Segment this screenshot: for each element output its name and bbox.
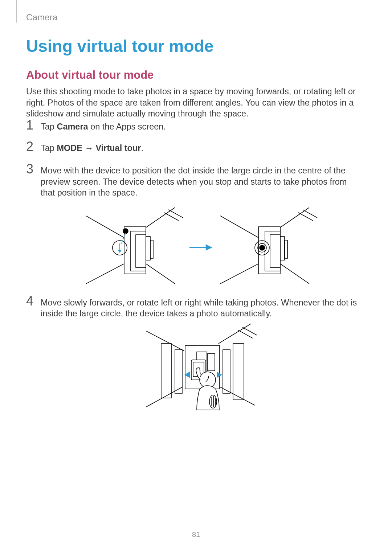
step-text: Move slowly forwards, or rotate left or … xyxy=(41,298,357,319)
step-post: on the Apps screen. xyxy=(88,122,166,131)
step-pre: Tap xyxy=(41,143,57,153)
svg-line-11 xyxy=(121,233,126,245)
step-text: Tap Camera on the Apps screen. xyxy=(41,122,166,131)
svg-line-1 xyxy=(86,264,124,284)
svg-line-0 xyxy=(86,216,124,238)
svg-line-3 xyxy=(146,264,175,284)
step-4: 4 Move slowly forwards, or rotate left o… xyxy=(26,297,360,411)
section-subtitle: About virtual tour mode xyxy=(26,69,154,82)
svg-line-2 xyxy=(146,208,175,227)
svg-line-34 xyxy=(146,331,184,351)
section-header: Camera xyxy=(26,12,58,22)
person-illustration xyxy=(142,324,258,411)
svg-rect-16 xyxy=(150,240,153,258)
svg-line-35 xyxy=(146,387,182,407)
step-2: 2 Tap MODE → Virtual tour. xyxy=(26,143,360,154)
svg-line-19 xyxy=(220,216,258,238)
svg-line-20 xyxy=(220,264,258,284)
svg-rect-27 xyxy=(270,235,280,267)
svg-marker-18 xyxy=(206,245,211,250)
svg-marker-49 xyxy=(185,372,189,377)
svg-rect-26 xyxy=(265,231,280,271)
alignment-illustration xyxy=(81,206,320,289)
step-3: 3 Move with the device to position the d… xyxy=(26,165,360,289)
step-number: 4 xyxy=(26,294,33,309)
crop-mark xyxy=(16,0,17,22)
step-bold: MODE xyxy=(57,143,82,153)
svg-point-10 xyxy=(123,229,128,234)
intro-paragraph: Use this shooting mode to take photos in… xyxy=(26,86,360,119)
svg-line-22 xyxy=(280,264,309,284)
step-number: 3 xyxy=(26,161,33,177)
step-list: 1 Tap Camera on the Apps screen. 2 Tap M… xyxy=(26,121,360,419)
svg-line-37 xyxy=(220,387,255,405)
step-arrow: → xyxy=(82,143,96,153)
svg-rect-15 xyxy=(146,237,150,260)
svg-marker-13 xyxy=(118,250,122,253)
svg-rect-32 xyxy=(280,237,285,260)
step-post: . xyxy=(141,143,143,153)
svg-point-30 xyxy=(260,245,265,250)
svg-marker-50 xyxy=(217,372,221,377)
step-bold: Virtual tour xyxy=(95,143,141,153)
page-number: 81 xyxy=(0,530,392,539)
svg-rect-42 xyxy=(233,344,244,400)
step-number: 2 xyxy=(26,139,33,154)
step-number: 1 xyxy=(26,118,33,133)
svg-rect-41 xyxy=(175,350,182,393)
svg-rect-6 xyxy=(124,227,146,274)
step-text: Tap MODE → Virtual tour. xyxy=(41,143,143,153)
svg-rect-43 xyxy=(223,350,230,393)
step-pre: Tap xyxy=(41,122,57,131)
svg-rect-8 xyxy=(136,235,146,267)
step-bold: Camera xyxy=(57,122,88,131)
page-title: Using virtual tour mode xyxy=(26,36,213,56)
svg-rect-40 xyxy=(161,344,171,398)
step-1: 1 Tap Camera on the Apps screen. xyxy=(26,121,360,132)
svg-rect-46 xyxy=(208,353,215,371)
svg-rect-7 xyxy=(131,231,146,271)
svg-line-21 xyxy=(280,208,309,227)
step-text: Move with the device to position the dot… xyxy=(41,166,347,197)
svg-line-36 xyxy=(219,324,251,344)
svg-rect-33 xyxy=(285,240,287,258)
